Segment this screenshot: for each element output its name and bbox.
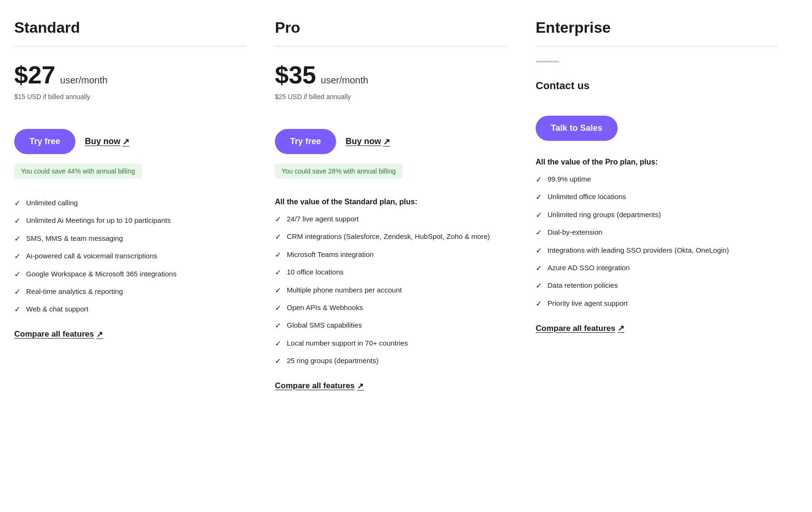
- list-item: ✓Unlimited calling: [14, 198, 246, 209]
- price-amount-pro: $35: [275, 61, 316, 89]
- list-item: ✓Google Workspace & Microsoft 365 integr…: [14, 269, 246, 280]
- checkmark-icon: ✓: [536, 281, 542, 291]
- feature-text: Multiple phone numbers per account: [287, 285, 402, 295]
- checkmark-icon: ✓: [536, 299, 542, 309]
- feature-text: Real-time analytics & reporting: [26, 286, 123, 296]
- buy-now-button-pro[interactable]: Buy now ↗: [346, 137, 390, 147]
- checkmark-icon: ✓: [14, 269, 20, 280]
- list-item: ✓Microsoft Teams integration: [275, 249, 507, 260]
- pricing-grid: Standard$27user/month$15 USD if billed a…: [14, 19, 796, 410]
- checkmark-icon: ✓: [275, 267, 281, 278]
- plan-name-pro: Pro: [275, 19, 507, 37]
- feature-text: Global SMS capabilities: [287, 320, 362, 330]
- price-period-pro: user/month: [321, 75, 368, 86]
- cta-row-standard: Try freeBuy now ↗: [14, 129, 246, 154]
- compare-arrow-icon: ↗: [96, 329, 103, 339]
- checkmark-icon: ✓: [14, 287, 20, 297]
- divider-enterprise: [536, 46, 777, 46]
- feature-list-pro: ✓24/7 live agent support✓CRM integration…: [275, 214, 507, 367]
- compare-link-pro[interactable]: Compare all features ↗: [275, 381, 507, 391]
- feature-text: Azure AD SSO integration: [547, 263, 630, 273]
- annual-note-pro: $25 USD if billed annually: [275, 93, 507, 101]
- save-badge-standard: You could save 44% with annual billing: [14, 164, 142, 179]
- enterprise-dash: [536, 61, 559, 63]
- feature-text: 10 office locations: [287, 267, 344, 277]
- cta-row-enterprise: Talk to Sales: [536, 116, 777, 141]
- checkmark-icon: ✓: [275, 303, 281, 313]
- feature-text: Open APIs & Webhooks: [287, 302, 363, 312]
- try-free-button-pro[interactable]: Try free: [275, 129, 336, 154]
- list-item: ✓Ai-powered call & voicemail transcripti…: [14, 251, 246, 262]
- checkmark-icon: ✓: [14, 251, 20, 262]
- checkmark-icon: ✓: [275, 232, 281, 242]
- feature-text: Dial-by-extension: [547, 227, 602, 237]
- checkmark-icon: ✓: [536, 174, 542, 185]
- checkmark-icon: ✓: [536, 263, 542, 274]
- feature-text: Ai-powered call & voicemail transcriptio…: [26, 251, 157, 261]
- feature-text: CRM integrations (Salesforce, Zendesk, H…: [287, 231, 490, 241]
- feature-text: Web & chat support: [26, 304, 88, 314]
- buy-now-button-standard[interactable]: Buy now ↗: [85, 137, 129, 147]
- plan-col-standard: Standard$27user/month$15 USD if billed a…: [14, 19, 275, 410]
- save-badge-pro: You could save 28% with annual billing: [275, 164, 402, 179]
- list-item: ✓Unlimited Ai Meetings for up to 10 part…: [14, 215, 246, 226]
- checkmark-icon: ✓: [14, 216, 20, 226]
- buy-now-arrow-icon: ↗: [383, 137, 390, 147]
- compare-link-standard[interactable]: Compare all features ↗: [14, 329, 246, 339]
- try-free-button-standard[interactable]: Try free: [14, 129, 75, 154]
- feature-list-standard: ✓Unlimited calling✓Unlimited Ai Meetings…: [14, 198, 246, 315]
- list-item: ✓Unlimited office locations: [536, 192, 777, 202]
- features-header-enterprise: All the value of the Pro plan, plus:: [536, 158, 777, 166]
- plan-col-enterprise: EnterpriseContact usTalk to SalesAll the…: [536, 19, 796, 410]
- price-row-standard: $27user/month: [14, 61, 246, 89]
- divider-standard: [14, 46, 246, 46]
- compare-arrow-icon: ↗: [618, 323, 624, 333]
- compare-link-enterprise[interactable]: Compare all features ↗: [536, 323, 777, 333]
- list-item: ✓10 office locations: [275, 267, 507, 278]
- checkmark-icon: ✓: [275, 214, 281, 225]
- feature-text: 24/7 live agent support: [287, 214, 359, 224]
- list-item: ✓Integrations with leading SSO providers…: [536, 245, 777, 256]
- checkmark-icon: ✓: [14, 234, 20, 244]
- features-header-pro: All the value of the Standard plan, plus…: [275, 198, 507, 206]
- annual-note-standard: $15 USD if billed annually: [14, 93, 246, 101]
- list-item: ✓99.9% uptime: [536, 174, 777, 185]
- list-item: ✓Dial-by-extension: [536, 227, 777, 238]
- list-item: ✓24/7 live agent support: [275, 214, 507, 225]
- price-row-pro: $35user/month: [275, 61, 507, 89]
- plan-name-enterprise: Enterprise: [536, 19, 777, 37]
- plan-name-standard: Standard: [14, 19, 246, 37]
- list-item: ✓Multiple phone numbers per account: [275, 285, 507, 296]
- checkmark-icon: ✓: [275, 338, 281, 349]
- checkmark-icon: ✓: [275, 320, 281, 331]
- plan-col-pro: Pro$35user/month$25 USD if billed annual…: [275, 19, 536, 410]
- feature-text: Unlimited calling: [26, 198, 78, 208]
- compare-arrow-icon: ↗: [357, 381, 364, 391]
- checkmark-icon: ✓: [14, 304, 20, 315]
- price-amount-standard: $27: [14, 61, 55, 89]
- feature-text: Google Workspace & Microsoft 365 integra…: [26, 269, 176, 279]
- list-item: ✓SMS, MMS & team messaging: [14, 233, 246, 244]
- list-item: ✓CRM integrations (Salesforce, Zendesk, …: [275, 231, 507, 242]
- checkmark-icon: ✓: [536, 246, 542, 256]
- checkmark-icon: ✓: [536, 228, 542, 238]
- list-item: ✓25 ring groups (departments): [275, 356, 507, 366]
- feature-text: SMS, MMS & team messaging: [26, 233, 123, 243]
- feature-text: Priority live agent support: [547, 298, 628, 308]
- checkmark-icon: ✓: [275, 250, 281, 260]
- checkmark-icon: ✓: [536, 192, 542, 202]
- feature-text: Integrations with leading SSO providers …: [547, 245, 729, 255]
- feature-text: Unlimited Ai Meetings for up to 10 parti…: [26, 215, 171, 225]
- talk-to-sales-button[interactable]: Talk to Sales: [536, 116, 618, 141]
- feature-text: Unlimited office locations: [547, 192, 626, 201]
- contact-us-label: Contact us: [536, 80, 777, 92]
- checkmark-icon: ✓: [275, 285, 281, 296]
- feature-text: Microsoft Teams integration: [287, 249, 374, 259]
- feature-text: Local number support in 70+ countries: [287, 338, 408, 348]
- divider-pro: [275, 46, 507, 46]
- checkmark-icon: ✓: [14, 198, 20, 209]
- buy-now-arrow-icon: ↗: [122, 137, 129, 147]
- list-item: ✓Local number support in 70+ countries: [275, 338, 507, 349]
- list-item: ✓Web & chat support: [14, 304, 246, 315]
- feature-text: Unlimited ring groups (departments): [547, 210, 661, 219]
